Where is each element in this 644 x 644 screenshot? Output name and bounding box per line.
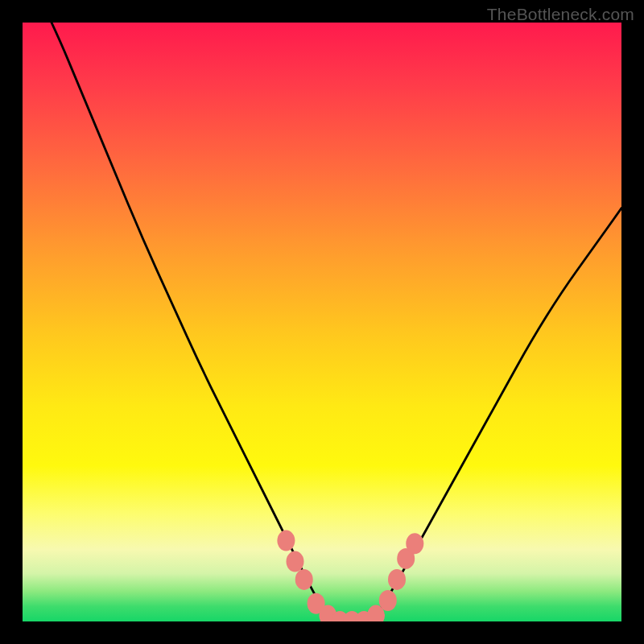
- curve-marker: [406, 533, 423, 554]
- attribution-label: TheBottleneck.com: [487, 5, 634, 24]
- curve-marker: [295, 569, 313, 590]
- curve-marker: [388, 569, 406, 590]
- curve-markers: [277, 530, 423, 621]
- plot-area: [23, 23, 621, 621]
- curve-marker: [379, 590, 397, 611]
- curve-marker: [277, 530, 295, 551]
- curve-marker: [287, 551, 304, 572]
- chart-frame: TheBottleneck.com: [0, 0, 644, 644]
- chart-svg: [23, 23, 621, 621]
- bottleneck-curve: [23, 23, 621, 621]
